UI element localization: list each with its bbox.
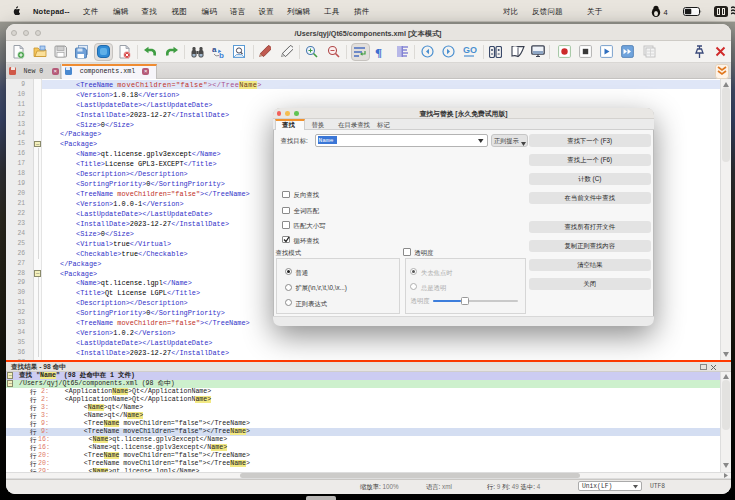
svg-text:a: a	[212, 45, 217, 54]
svg-text:¶: ¶	[375, 45, 382, 58]
svg-text:GO: GO	[463, 45, 477, 55]
